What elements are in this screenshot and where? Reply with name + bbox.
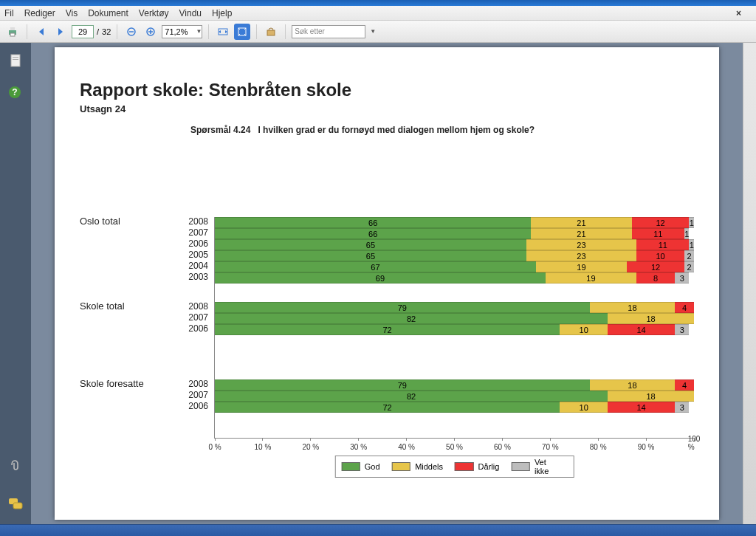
zoom-out-icon[interactable]: [123, 24, 140, 40]
chart-plot-area: 6621121662111165231116523102671912269198…: [214, 217, 694, 439]
chart-bar-row: 79184: [215, 379, 694, 391]
menu-vindu[interactable]: Vindu: [179, 8, 202, 18]
close-icon[interactable]: ×: [736, 8, 741, 18]
chart-bar-segment: 4: [675, 379, 694, 391]
chart-bar-segment: 3: [675, 324, 689, 335]
chart-bar-segment: 10: [636, 250, 684, 261]
menu-dokument[interactable]: Dokument: [88, 8, 128, 18]
page-number-input[interactable]: [72, 25, 94, 38]
chart-year-label: 2008: [182, 301, 208, 312]
chart-xaxis-tick: [262, 438, 263, 441]
svg-rect-11: [11, 55, 20, 66]
menubar: Fil Rediger Vis Dokument Verktøy Vindu H…: [0, 6, 756, 21]
chart-bar-segment: 12: [627, 261, 684, 272]
chart-xaxis-tick: [502, 438, 503, 441]
menu-verktoy[interactable]: Verktøy: [139, 8, 169, 18]
chart-year-label: 2006: [182, 238, 208, 249]
zoom-value: 71,2%: [165, 27, 188, 36]
chart-bar-segment: 21: [531, 228, 631, 239]
pages-panel-icon[interactable]: [8, 53, 23, 68]
chart-bar-row: 79184: [215, 302, 694, 313]
chart-bar-segment: 72: [215, 324, 560, 335]
chart-xaxis-tick: [550, 438, 551, 441]
chart-bar-row: 7210143: [215, 402, 694, 413]
chart-xaxis-tick: [358, 438, 359, 441]
os-taskbar[interactable]: [0, 524, 756, 536]
chart-legend: GodMiddelsDårligVet ikke: [334, 456, 574, 478]
menu-rediger[interactable]: Rediger: [24, 8, 55, 18]
chart-bar-segment: 79: [215, 379, 590, 391]
chart-group-label: Oslo total: [80, 216, 120, 227]
main-area: ? Rapport skole: Stenbråten skole Utsagn…: [0, 43, 756, 524]
chart-xaxis-label: 0 %: [208, 443, 221, 451]
chart-bar-segment: 2: [684, 261, 694, 272]
next-page-icon[interactable]: [52, 24, 69, 40]
chart-bar-segment: 65: [215, 250, 526, 261]
menu-hjelp[interactable]: Hjelp: [212, 8, 232, 18]
chart-xaxis-label: 40 %: [398, 443, 415, 451]
chart-bar-segment: 19: [546, 272, 636, 284]
chart-xaxis-tick: [454, 438, 455, 441]
document-viewport[interactable]: Rapport skole: Stenbråten skole Utsagn 2…: [31, 43, 743, 524]
page: Rapport skole: Stenbråten skole Utsagn 2…: [55, 47, 719, 520]
menu-fil[interactable]: Fil: [4, 8, 14, 18]
zoom-select[interactable]: 71,2% ▼: [162, 25, 202, 38]
chart-year-label: 2007: [182, 312, 208, 323]
search-dropdown-icon[interactable]: ▼: [368, 24, 377, 40]
chart-bar-segment: 23: [526, 250, 636, 261]
chart-bar-segment: 23: [526, 239, 636, 250]
chart-bar-segment: 21: [531, 217, 631, 228]
chart-year-label: 2008: [182, 216, 208, 227]
chart-year-label: 2006: [182, 401, 208, 411]
chart-bar-segment: 18: [608, 391, 694, 402]
chart-bar-segment: 67: [215, 261, 536, 272]
chart-bar-row: 691983: [215, 272, 694, 284]
chart-bar-segment: 82: [215, 391, 608, 402]
legend-label: Vet ikke: [535, 458, 560, 475]
chart-xaxis-label: 100 %: [688, 435, 701, 451]
chart-bar-segment: 8: [636, 272, 675, 284]
search-input[interactable]: Søk etter: [292, 25, 365, 38]
chart-year-label: 2007: [182, 390, 208, 400]
chart-xaxis-tick: [215, 438, 216, 441]
help-panel-icon[interactable]: ?: [8, 86, 23, 100]
chart-bar-row: 7210143: [215, 324, 694, 335]
chart-xaxis-tick: [646, 438, 647, 441]
chart-bar-segment: 11: [632, 228, 684, 239]
svg-rect-12: [13, 57, 18, 58]
chart-bar-row: 6621121: [215, 217, 694, 228]
prev-page-icon[interactable]: [33, 24, 49, 40]
vertical-scrollbar[interactable]: [743, 43, 756, 524]
legend-label: God: [365, 462, 380, 471]
legend-swatch: [392, 462, 411, 471]
chart-xaxis-tick: [310, 438, 311, 441]
attachment-panel-icon[interactable]: [8, 458, 23, 473]
comments-panel-icon[interactable]: [8, 498, 23, 512]
page-sep-label: /: [97, 27, 99, 36]
zoom-in-icon[interactable]: [142, 24, 159, 40]
chart-group-label: Skole foresatte: [80, 378, 144, 389]
question-text: I hvilken grad er du fornøyd med dialoge…: [258, 125, 535, 135]
chart-xaxis-label: 10 %: [254, 443, 271, 451]
report-question: Spørsmål 4.24 I hvilken grad er du fornø…: [190, 125, 694, 135]
chart-xaxis-label: 70 %: [542, 443, 559, 451]
toolbar: / 32 71,2% ▼ Søk etter ▼: [0, 21, 756, 43]
fit-page-icon[interactable]: [234, 24, 250, 40]
chart-xaxis-tick: [598, 438, 599, 441]
chart-year-label: 2008: [182, 379, 208, 389]
chart-year-label: 2004: [182, 261, 208, 271]
fit-width-icon[interactable]: [215, 24, 231, 40]
chevron-down-icon: ▼: [196, 28, 202, 35]
chart-bar-segment: 3: [675, 402, 689, 413]
chart: 6621121662111165231116523102671912269198…: [80, 217, 694, 490]
chart-xaxis-label: 90 %: [638, 443, 655, 451]
chart-xaxis-label: 80 %: [590, 443, 607, 451]
tool-icon[interactable]: [263, 24, 279, 40]
chart-bar-segment: 82: [215, 313, 608, 324]
svg-rect-13: [13, 59, 18, 60]
legend-swatch: [511, 462, 530, 471]
report-subtitle: Utsagn 24: [80, 103, 694, 114]
print-icon[interactable]: [4, 24, 21, 40]
chart-bar-segment: 18: [590, 379, 676, 391]
menu-vis[interactable]: Vis: [66, 8, 78, 18]
